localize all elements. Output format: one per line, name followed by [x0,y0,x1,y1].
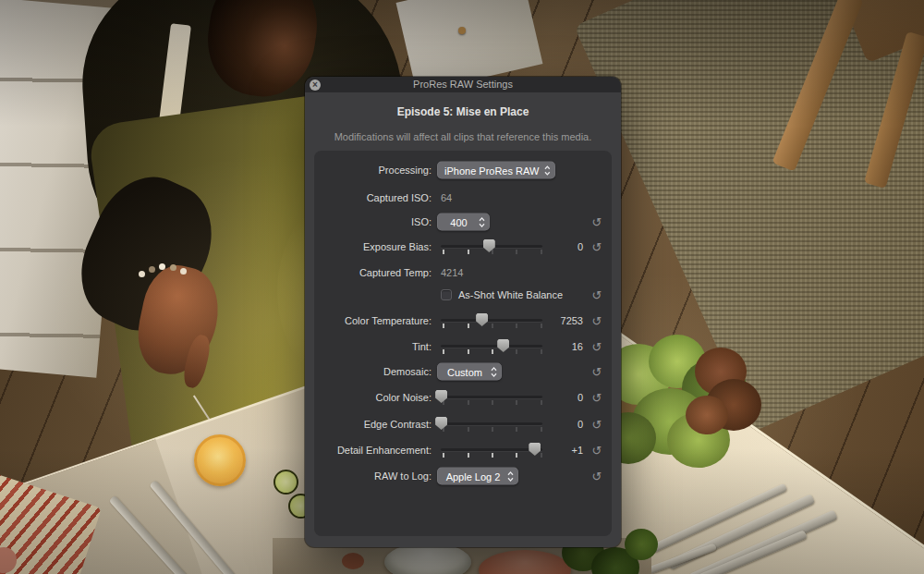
white-bowl [384,543,471,574]
popup-chevrons-icon [507,470,514,482]
raw-to-log-value: Apple Log 2 [444,470,502,482]
reset-icon[interactable]: ↺ [589,215,605,229]
slider-tick [443,324,444,328]
detail-enhancement-slider[interactable] [441,444,542,458]
color-temperature-slider[interactable] [441,314,542,329]
slider-tick [516,250,517,254]
reset-icon[interactable]: ↺ [589,288,605,302]
row-raw-to-log: RAW to Log: Apple Log 2 ↺ [314,465,612,487]
clip-name: Episode 5: Mise en Place [305,105,621,118]
small-dish [342,553,364,569]
row-exposure-bias: Exposure Bias: 0 ↺ [314,236,612,258]
settings-panel: Processing: iPhone ProRes RAW Captured I… [314,151,612,536]
prores-raw-settings-dialog: × ProRes RAW Settings Episode 5: Mise en… [305,77,621,547]
popup-chevrons-icon [544,165,551,176]
slider-tick [516,453,517,458]
dialog-title: ProRes RAW Settings [305,77,621,92]
slider-thumb[interactable] [497,339,509,352]
row-iso: ISO: 400 ↺ [314,211,612,233]
reset-icon[interactable]: ↺ [589,470,605,483]
tint-slider[interactable] [441,340,542,355]
as-shot-white-balance-label: As-Shot White Balance [458,289,563,300]
raw-to-log-label: RAW to Log: [314,470,432,482]
row-color-noise: Color Noise: 0 ↺ [314,386,612,409]
reset-icon[interactable]: ↺ [589,391,605,405]
processing-value: iPhone ProRes RAW [444,165,539,176]
bracelet-bead [159,263,165,270]
row-captured-temp: Captured Temp: 4214 [314,262,612,284]
bracelet-bead [170,264,176,271]
modification-note: Modifications will affect all clips that… [305,131,621,142]
slider-tick [468,427,469,432]
slider-tick [492,427,493,432]
reset-icon[interactable]: ↺ [589,418,605,432]
processing-popup[interactable]: iPhone ProRes RAW [437,162,555,179]
reset-icon[interactable]: ↺ [589,365,605,379]
demosaic-label: Demosaic: [314,366,432,377]
row-processing: Processing: iPhone ProRes RAW [314,159,612,181]
captured-iso-label: Captured ISO: [314,192,432,203]
captured-iso-value: 64 [441,192,452,203]
screen: × ProRes RAW Settings Episode 5: Mise en… [0,0,924,574]
exposure-bias-slider[interactable] [441,240,542,255]
demosaic-value: Custom [444,366,485,377]
iso-label: ISO: [314,216,432,227]
slider-track [441,319,542,322]
processing-label: Processing: [314,165,432,176]
slider-tick [516,324,517,328]
slider-tick [492,453,493,458]
row-demosaic: Demosaic: Custom ↺ [314,360,612,383]
color-temperature-value: 7253 [542,315,583,326]
row-captured-iso: Captured ISO: 64 [314,187,612,209]
slider-tick [468,400,469,405]
edge-contrast-slider[interactable] [441,418,542,433]
cucumber-slice [274,470,298,495]
reset-icon[interactable]: ↺ [589,444,605,458]
slider-thumb[interactable] [435,390,447,403]
slider-tick [468,250,469,254]
bracelet-bead [149,266,155,273]
slider-thumb[interactable] [476,313,488,326]
detail-enhancement-value: +1 [542,445,583,456]
bracelet-bead [180,268,187,275]
reset-icon[interactable]: ↺ [589,314,605,328]
row-color-temperature: Color Temperature: 7253 ↺ [314,310,612,332]
slider-tick [468,453,469,458]
row-edge-contrast: Edge Contrast: 0 ↺ [314,413,612,435]
slider-track [441,422,542,425]
slider-track [441,396,542,398]
slider-tick [443,250,444,254]
reset-icon[interactable]: ↺ [589,340,605,354]
slider-tick [492,349,493,354]
slider-track [441,448,542,451]
slider-tick [516,349,517,354]
dialog-titlebar[interactable]: × ProRes RAW Settings [305,77,621,92]
captured-temp-label: Captured Temp: [314,267,432,278]
exposure-bias-value: 0 [542,241,583,252]
iso-value: 400 [444,216,473,227]
slider-tick [516,427,517,432]
slider-thumb[interactable] [435,417,447,430]
color-noise-slider[interactable] [441,391,542,406]
slider-tick [468,324,469,328]
as-shot-white-balance-checkbox[interactable] [441,289,452,300]
color-noise-label: Color Noise: [314,392,432,403]
demosaic-popup[interactable]: Custom [437,363,502,381]
orange-half [194,434,246,486]
raw-to-log-popup[interactable]: Apple Log 2 [437,468,518,485]
iso-popup[interactable]: 400 [437,214,490,231]
bracelet-bead [139,271,145,277]
slider-thumb[interactable] [529,443,541,456]
tint-label: Tint: [314,341,432,352]
color-temperature-label: Color Temperature: [314,315,432,326]
reset-icon[interactable]: ↺ [589,240,605,254]
popup-chevrons-icon [479,216,485,227]
color-noise-value: 0 [542,392,583,403]
edge-contrast-value: 0 [542,419,583,430]
edge-contrast-label: Edge Contrast: [314,419,432,430]
slider-tick [443,349,444,354]
slider-tick [492,250,493,254]
popup-chevrons-icon [491,366,497,377]
slider-tick [492,400,493,405]
exposure-bias-label: Exposure Bias: [314,241,432,252]
